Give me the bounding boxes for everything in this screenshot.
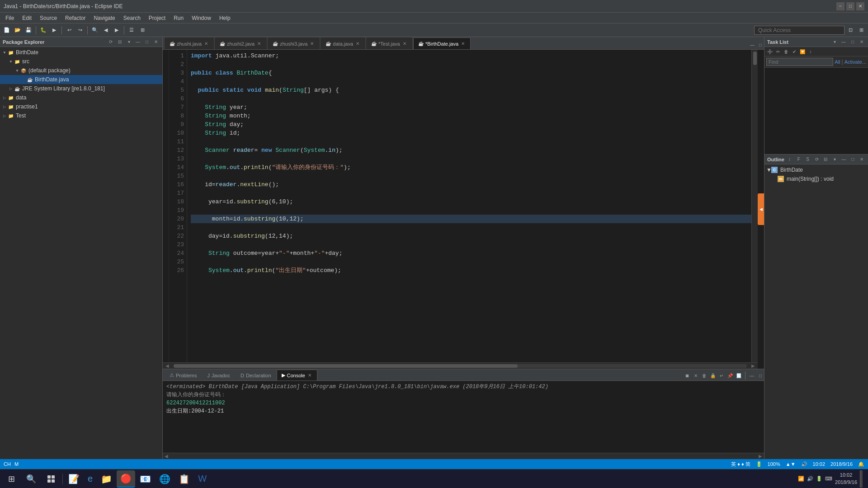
toolbar-run[interactable]: ▶: [49, 25, 59, 35]
task-find-input[interactable]: [766, 58, 833, 66]
outline-close[interactable]: ✕: [858, 156, 865, 163]
editor-max-btn[interactable]: □: [757, 41, 764, 48]
outline-max[interactable]: □: [849, 156, 856, 163]
tab-close-data[interactable]: ✕: [355, 41, 360, 47]
tab-close-zhushi2[interactable]: ✕: [256, 41, 262, 47]
console-scroll-lock[interactable]: 🔒: [709, 372, 717, 379]
editor-scrollbar[interactable]: [751, 50, 758, 369]
task-edit[interactable]: ✏: [774, 48, 782, 55]
menu-refactor[interactable]: Refactor: [61, 14, 89, 22]
outline-collapse[interactable]: ⊟: [822, 156, 830, 163]
toolbar-undo[interactable]: ↩: [64, 25, 74, 35]
console-hscrollbar[interactable]: ◀ ▶: [163, 453, 764, 459]
console-min[interactable]: —: [748, 372, 755, 379]
tree-item-jre[interactable]: ▷ ☕ JRE System Library [jre1.8.0_181]: [0, 84, 162, 93]
console-remove-btn[interactable]: ✕: [692, 372, 699, 379]
taskbar-word[interactable]: W: [194, 470, 210, 488]
panel-sync-btn[interactable]: ⟳: [107, 38, 114, 46]
tab-close-zhushi[interactable]: ✕: [203, 41, 209, 47]
task-list-max[interactable]: □: [849, 38, 856, 46]
task-list-min[interactable]: —: [840, 38, 847, 46]
menu-edit[interactable]: Edit: [19, 14, 35, 22]
console-scroll-right[interactable]: ▶: [759, 454, 762, 459]
task-list-menu[interactable]: ▾: [831, 38, 838, 46]
task-delete[interactable]: 🗑: [783, 48, 790, 55]
toolbar-views[interactable]: ⊞: [137, 25, 147, 35]
tab-birthdate[interactable]: ☕ *BirthDate.java ✕: [413, 38, 471, 49]
menu-help[interactable]: Help: [216, 14, 234, 22]
search-btn[interactable]: 🔍: [22, 470, 41, 488]
panel-min-btn[interactable]: —: [134, 38, 142, 46]
outline-min[interactable]: —: [840, 156, 847, 163]
menu-window[interactable]: Window: [188, 14, 215, 22]
taskbar-eclipse[interactable]: 🔴: [117, 470, 135, 488]
console-pin[interactable]: 📌: [726, 372, 734, 379]
toolbar-perspective[interactable]: ☰: [127, 25, 137, 35]
tree-item-test[interactable]: ▷ 📁 Test: [0, 111, 162, 120]
scroll-right-arrow[interactable]: ▶: [749, 363, 758, 368]
tab-data[interactable]: ☕ data.java ✕: [321, 38, 365, 49]
toolbar-perspectives[interactable]: ⊞: [856, 25, 866, 35]
console-scroll-left[interactable]: ◀: [165, 454, 168, 459]
tree-item-practise1[interactable]: ▷ 📁 practise1: [0, 102, 162, 111]
scroll-left-arrow[interactable]: ◀: [163, 363, 172, 368]
console-max[interactable]: □: [757, 372, 764, 379]
taskbar-show-desktop[interactable]: [860, 470, 863, 488]
toolbar-save[interactable]: 💾: [24, 25, 33, 35]
editor-hscrollbar[interactable]: ◀ ▶: [163, 362, 758, 369]
taskbar-notepad[interactable]: 📝: [65, 470, 83, 488]
outline-item-main[interactable]: m main(String[]) : void: [764, 174, 868, 183]
toolbar-search[interactable]: 🔍: [90, 25, 100, 35]
tab-close-birthdate[interactable]: ✕: [460, 41, 466, 47]
menu-search[interactable]: Search: [120, 14, 144, 22]
minimize-button[interactable]: −: [836, 2, 844, 10]
close-button[interactable]: ✕: [856, 2, 864, 10]
toolbar-open[interactable]: 📂: [13, 25, 23, 35]
task-activate-link[interactable]: Activate...: [844, 59, 866, 65]
task-all-label[interactable]: All: [835, 59, 840, 65]
menu-source[interactable]: Source: [36, 14, 61, 22]
editor-min-btn[interactable]: —: [749, 41, 756, 48]
task-new[interactable]: ➕: [766, 48, 774, 55]
task-sort[interactable]: ↕: [807, 48, 814, 55]
console-clear-btn[interactable]: 🗑: [701, 372, 708, 379]
task-complete[interactable]: ✔: [791, 48, 798, 55]
tab-problems[interactable]: ⚠ Problems: [165, 370, 202, 380]
panel-collapse-btn[interactable]: ⊟: [116, 38, 123, 46]
toolbar-prev[interactable]: ◀: [101, 25, 111, 35]
toolbar-debug[interactable]: 🐛: [38, 25, 48, 35]
task-view-btn[interactable]: [42, 470, 61, 488]
task-list-close[interactable]: ✕: [858, 38, 865, 46]
outline-sort[interactable]: ↕: [786, 156, 793, 163]
tab-test[interactable]: ☕ *Test.java ✕: [366, 38, 412, 49]
tab-console[interactable]: ▶ Console ✕: [277, 370, 317, 380]
tree-item-default-package[interactable]: ▼ 📦 (default package): [0, 66, 162, 75]
quick-access-input[interactable]: [754, 26, 844, 35]
toolbar-redo[interactable]: ↪: [75, 25, 85, 35]
panel-close-btn[interactable]: ✕: [152, 38, 160, 46]
tree-item-birthdate[interactable]: ▼ 📁 BirthDate: [0, 48, 162, 57]
tab-zhushi[interactable]: ☕ zhushi.java ✕: [165, 38, 214, 49]
console-word-wrap[interactable]: ↵: [718, 372, 725, 379]
outline-item-birthdate[interactable]: ▼ C BirthDate: [764, 165, 868, 174]
outline-menu[interactable]: ▾: [831, 156, 838, 163]
toolbar-minimize-all[interactable]: ⊡: [845, 25, 855, 35]
side-tab-orange[interactable]: ◀: [758, 193, 764, 225]
start-button[interactable]: ⊞: [2, 470, 21, 488]
tree-item-birthdate-java[interactable]: ☕ BirthDate.java: [0, 75, 162, 84]
panel-menu-btn[interactable]: ▾: [125, 38, 132, 46]
tab-declaration[interactable]: D Declaration: [236, 370, 276, 380]
tree-item-src[interactable]: ▼ 📁 src: [0, 57, 162, 66]
maximize-button[interactable]: □: [846, 2, 854, 10]
tab-zhushi3[interactable]: ☕ zhushi3.java ✕: [268, 38, 320, 49]
taskbar-app2[interactable]: 📧: [136, 470, 155, 488]
console-open-console[interactable]: 📃: [735, 372, 742, 379]
toolbar-new[interactable]: 📄: [2, 25, 12, 35]
toolbar-next[interactable]: ▶: [112, 25, 122, 35]
taskbar-explorer[interactable]: 📁: [97, 470, 116, 488]
taskbar-ie2[interactable]: 🌐: [156, 470, 174, 488]
tab-zhushi2[interactable]: ☕ zhushi2.java ✕: [215, 38, 267, 49]
menu-run[interactable]: Run: [170, 14, 187, 22]
task-filter[interactable]: 🔽: [799, 48, 806, 55]
menu-file[interactable]: File: [2, 14, 18, 22]
